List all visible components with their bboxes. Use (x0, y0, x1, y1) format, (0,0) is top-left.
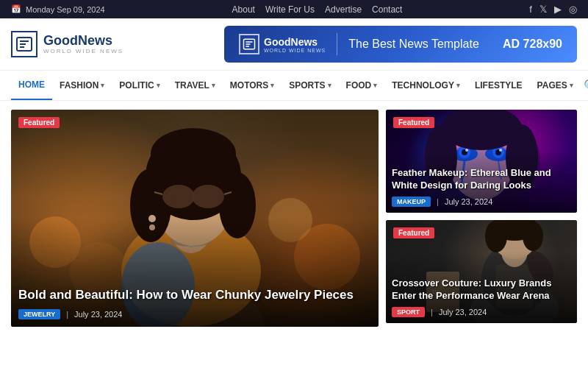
instagram-icon[interactable]: ◎ (569, 4, 577, 15)
featured-top-right-category[interactable]: MAKEUP (392, 197, 431, 207)
featured-large-category[interactable]: JEWELRY (18, 309, 60, 319)
meta-divider-3: | (431, 308, 433, 316)
pages-chevron-icon: ▾ (570, 82, 573, 89)
featured-top-right-caption: Feather Makeup: Ethereal Blue and White … (392, 167, 571, 207)
politic-chevron-icon: ▾ (157, 82, 160, 89)
meta-divider: | (66, 310, 68, 319)
calendar-icon: 📅 (11, 4, 21, 14)
topbar-social: f 𝕏 ▶ ◎ (529, 4, 577, 15)
fashion-chevron-icon: ▾ (101, 82, 104, 89)
nav-motors[interactable]: MOTORS ▾ (223, 71, 282, 99)
x-twitter-icon[interactable]: 𝕏 (539, 4, 547, 15)
youtube-icon[interactable]: ▶ (554, 4, 562, 15)
nav-food[interactable]: FOOD ▾ (339, 71, 385, 99)
facebook-icon[interactable]: f (529, 4, 532, 15)
ad-banner: GoodNews WORLD WIDE NEWS The Best News T… (224, 26, 577, 63)
featured-top-right-title: Feather Makeup: Ethereal Blue and White … (392, 167, 571, 192)
featured-large-date: July 23, 2024 (74, 310, 122, 319)
ad-sub: WORLD WIDE NEWS (264, 48, 326, 53)
ad-size: AD 728x90 (503, 38, 562, 51)
food-chevron-icon: ▾ (373, 82, 377, 89)
logo-icon (11, 31, 37, 57)
featured-tag-top-right: Featured (393, 117, 434, 128)
ad-logo: GoodNews WORLD WIDE NEWS (239, 34, 326, 54)
nav-home[interactable]: HOME (11, 71, 52, 100)
featured-bottom-right-caption: Crossover Couture: Luxury Brands Enter t… (392, 277, 571, 317)
main-content: Featured Bold and Beautiful: How to Wear… (0, 101, 588, 336)
nav-sports[interactable]: SPORTS ▾ (282, 71, 338, 99)
topbar-date: Monday Sep 09, 2024 (26, 5, 105, 14)
search-icon[interactable]: 🔍 (581, 76, 588, 96)
navbar: HOME FASHION ▾ POLITIC ▾ TRAVEL ▾ MOTORS… (0, 71, 588, 101)
logo-sub: WORLD WIDE NEWS (43, 49, 123, 55)
nav-lifestyle[interactable]: LIFESTYLE (467, 71, 530, 99)
featured-tag-bottom-right: Featured (393, 227, 434, 238)
nav-travel[interactable]: TRAVEL ▾ (168, 71, 223, 99)
topbar-advertise[interactable]: Advertise (325, 4, 362, 15)
nav-pages[interactable]: PAGES ▾ (530, 71, 581, 99)
featured-large-article[interactable]: Featured Bold and Beautiful: How to Wear… (11, 110, 379, 327)
topbar-nav: About Write For Us Advertise Contact (232, 4, 403, 15)
topbar: 📅 Monday Sep 09, 2024 About Write For Us… (0, 0, 588, 18)
ad-logo-text: GoodNews WORLD WIDE NEWS (264, 36, 326, 53)
featured-large-title: Bold and Beautiful: How to Wear Chunky J… (18, 287, 371, 303)
topbar-date-area: 📅 Monday Sep 09, 2024 (11, 4, 105, 14)
featured-top-right-meta: MAKEUP | July 23, 2024 (392, 197, 571, 207)
nav-technology[interactable]: TECHNOLOGY ▾ (384, 71, 467, 99)
topbar-about[interactable]: About (232, 4, 255, 15)
nav-icons: 🔍 👤 🌙 (581, 76, 588, 96)
ad-logo-icon (239, 34, 259, 54)
ad-name: GoodNews (264, 36, 326, 48)
featured-bottom-right-category[interactable]: SPORT (392, 307, 425, 317)
sports-chevron-icon: ▾ (328, 82, 331, 89)
motors-chevron-icon: ▾ (270, 82, 274, 89)
ad-tagline: The Best News Template (348, 38, 492, 51)
featured-bottom-right-meta: SPORT | July 23, 2024 (392, 307, 571, 317)
nav-fashion[interactable]: FASHION ▾ (52, 71, 112, 99)
nav-politic[interactable]: POLITIC ▾ (112, 71, 167, 99)
featured-tag-large: Featured (18, 117, 60, 128)
right-column: Featured Feather Makeup: Ethereal Blue a… (386, 110, 577, 327)
ad-divider (337, 33, 337, 55)
featured-top-right-article[interactable]: Featured Feather Makeup: Ethereal Blue a… (386, 110, 577, 213)
topbar-contact[interactable]: Contact (372, 4, 402, 15)
featured-bottom-right-article[interactable]: LV Featured Crossover Couture: Luxury Br… (386, 220, 577, 323)
featured-large-meta: JEWELRY | July 23, 2024 (18, 309, 371, 319)
featured-large-caption: Bold and Beautiful: How to Wear Chunky J… (18, 287, 371, 319)
featured-bottom-right-date: July 23, 2024 (439, 308, 487, 316)
logo-name: GoodNews (43, 34, 123, 49)
featured-bottom-right-title: Crossover Couture: Luxury Brands Enter t… (392, 277, 571, 302)
travel-chevron-icon: ▾ (212, 82, 215, 89)
featured-top-right-date: July 23, 2024 (445, 197, 492, 206)
logo[interactable]: GoodNews WORLD WIDE NEWS (11, 31, 123, 57)
topbar-write[interactable]: Write For Us (265, 4, 315, 15)
header: GoodNews WORLD WIDE NEWS GoodNews WORLD … (0, 18, 588, 71)
meta-divider-2: | (437, 197, 439, 206)
technology-chevron-icon: ▾ (456, 82, 460, 89)
logo-text: GoodNews WORLD WIDE NEWS (43, 34, 123, 55)
